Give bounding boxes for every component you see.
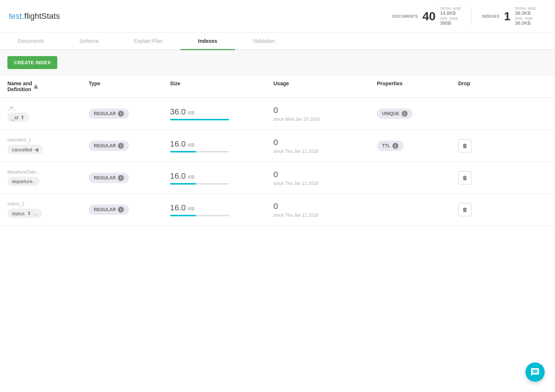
brand-logo: test.flightStats [9,11,60,21]
index-name-cell: cancelled_1 cancelled ◀ [7,137,89,154]
documents-sub-stats: TOTAL SIZE 14.8KB AVG. SIZE 380B [440,7,461,26]
indexes-label: INDEXES [482,14,499,18]
indexes-stat-group: INDEXES 1 TOTAL SIZE 36.0KB AVG. SIZE 36… [471,7,546,26]
size-bar [170,215,196,216]
header: test.flightStats DOCUMENTS 40 TOTAL SIZE… [0,0,555,33]
create-index-button[interactable]: CREATE INDEX [7,56,57,69]
size-value: 36.0 KB [170,107,273,117]
size-cell: 16.0 KB [170,171,273,185]
col-header-usage: Usage [273,80,377,92]
table-row: _id_ _id ⬆ REGULAR i 36.0 KB 0 since Wed… [0,98,555,130]
tab-schema[interactable]: Schema [62,33,116,50]
size-cell: 36.0 KB [170,107,273,120]
size-bar-container [170,119,229,120]
col-header-type: Type [89,80,170,92]
index-badge: status ⬆ ... [7,209,42,218]
col-header-properties: Properties [377,80,458,92]
tab-explain-plan[interactable]: Explain Plan [116,33,180,50]
type-badge: REGULAR i [89,173,129,183]
usage-count: 0 [273,170,377,179]
info-icon[interactable]: i [118,143,124,149]
type-badge: REGULAR i [89,109,129,119]
drop-cell [458,171,495,185]
properties-cell: TTL i [377,141,458,151]
idx-total-size-value: 36.0KB [515,10,536,16]
idx-avg-size-label: AVG. SIZE [515,17,536,20]
index-name-cell: _id_ _id ⬆ [7,105,89,122]
total-size-value: 14.8KB [440,10,461,16]
tab-documents[interactable]: Documents [0,33,62,50]
index-badge: _id ⬆ [7,113,29,122]
index-label: status_1 [7,201,89,206]
documents-label: DOCUMENTS [392,14,418,18]
col-header-size: Size [170,80,273,92]
table-row: status_1 status ⬆ ... REGULAR i 16.0 KB … [0,194,555,226]
col-header-name: Name andDefinition [7,80,89,92]
usage-since: since Wed Jan 10 2018 [273,117,377,122]
type-cell: REGULAR i [89,204,170,215]
usage-count: 0 [273,138,377,147]
size-cell: 16.0 KB [170,139,273,152]
total-size-stat: TOTAL SIZE 14.8KB [440,7,461,16]
table-row: departureDate... departure.. REGULAR i 1… [0,162,555,194]
tab-indexes[interactable]: Indexes [180,33,235,50]
avg-size-value: 380B [440,20,461,26]
size-bar-container [170,215,229,216]
size-value: 16.0 KB [170,171,273,181]
documents-count: 40 [422,10,436,22]
tab-validation[interactable]: Validation [235,33,293,50]
table-row: cancelled_1 cancelled ◀ REGULAR i 16.0 K… [0,130,555,162]
size-bar [170,183,196,185]
drop-cell [458,203,495,216]
drop-button[interactable] [458,203,471,216]
documents-stat-group: DOCUMENTS 40 TOTAL SIZE 14.8KB AVG. SIZE… [382,7,471,26]
index-name-cell: status_1 status ⬆ ... [7,201,89,218]
indexes-count: 1 [504,10,511,22]
indexes-sub-stats: TOTAL SIZE 36.0KB AVG. SIZE 36.0KB [515,7,536,26]
usage-since: since Thu Jan 11 2018 [273,149,377,154]
index-badge: departure.. [7,177,40,186]
avg-size-stat: AVG. SIZE 380B [440,17,461,26]
type-cell: REGULAR i [89,173,170,183]
idx-total-size-stat: TOTAL SIZE 36.0KB [515,7,536,16]
type-badge: REGULAR i [89,204,129,215]
drop-button[interactable] [458,171,471,185]
usage-count: 0 [273,106,377,115]
usage-since: since Thu Jan 11 2018 [273,213,377,218]
index-label: departureDate... [7,169,89,175]
type-cell: REGULAR i [89,109,170,119]
info-icon[interactable]: i [392,143,398,149]
size-bar-container [170,151,229,152]
type-badge: REGULAR i [89,141,129,151]
size-bar [170,151,196,152]
prop-badge: UNIQUE i [377,109,413,119]
info-icon[interactable]: i [118,207,124,213]
indexes-table: Name andDefinition Type Size Usage Prope… [0,75,555,226]
drop-button[interactable] [458,139,471,152]
size-bar [170,119,229,120]
info-icon[interactable]: i [402,111,408,117]
brand-name: flightStats [24,11,60,21]
info-icon[interactable]: i [118,111,124,117]
index-name-cell: departureDate... departure.. [7,169,89,186]
size-value: 16.0 KB [170,203,273,213]
idx-avg-size-value: 36.0KB [515,20,536,26]
size-bar-container [170,183,229,185]
usage-count: 0 [273,202,377,211]
properties-cell: UNIQUE i [377,109,458,119]
index-label: cancelled_1 [7,137,89,142]
sort-up-icon: ⬆ [20,114,25,120]
usage-cell: 0 since Thu Jan 11 2018 [273,202,377,218]
col-header-drop: Drop [458,80,495,92]
type-cell: REGULAR i [89,141,170,151]
brand-test: test. [9,11,24,21]
prop-badge: TTL i [377,141,404,151]
sort-icon [34,84,38,89]
size-cell: 16.0 KB [170,203,273,216]
drop-cell [458,139,495,152]
info-icon[interactable]: i [118,175,124,181]
idx-total-size-label: TOTAL SIZE [515,7,536,10]
tab-bar: Documents Schema Explain Plan Indexes Va… [0,33,555,50]
idx-avg-size-stat: AVG. SIZE 36.0KB [515,17,536,26]
usage-cell: 0 since Wed Jan 10 2018 [273,106,377,122]
